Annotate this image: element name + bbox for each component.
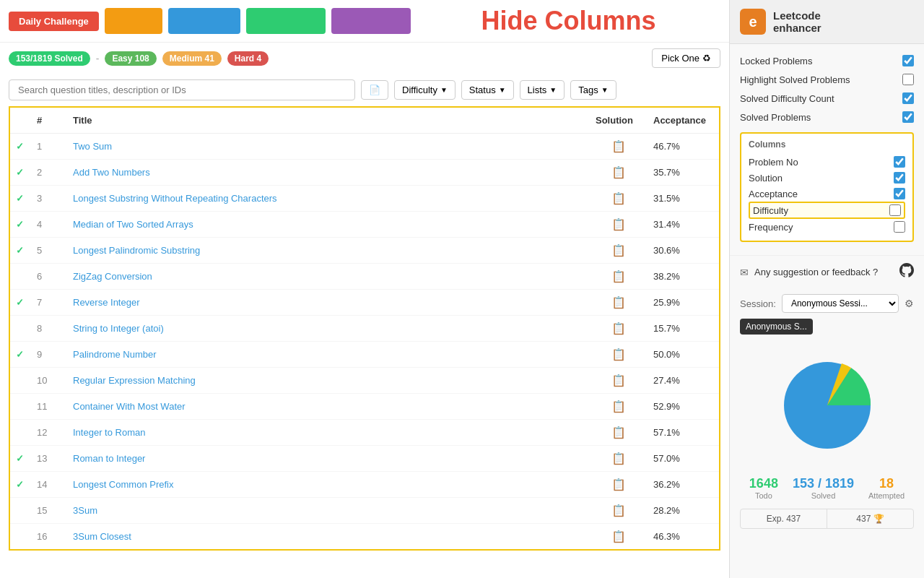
table-row[interactable]: ✓ 3 Longest Substring Without Repeating … xyxy=(9,186,720,212)
solution-cell[interactable]: 📋 xyxy=(590,524,648,551)
th-acceptance: Acceptance xyxy=(648,107,720,134)
table-row[interactable]: ✓ 1 Two Sum 📋 46.7% xyxy=(9,134,720,160)
exp-row: Exp. 437 437 🏆 xyxy=(740,509,914,529)
highlight-solved-checkbox[interactable] xyxy=(902,74,914,85)
solution-cell[interactable]: 📋 xyxy=(590,498,648,524)
problem-title[interactable]: Container With Most Water xyxy=(67,394,590,420)
solution-cell[interactable]: 📋 xyxy=(590,290,648,316)
sidebar-header: e Leetcode enhancer xyxy=(730,0,924,44)
search-row: 📄 Difficulty ▼ Status ▼ Lists ▼ Tags ▼ xyxy=(0,74,729,106)
locked-problems-row: Locked Problems xyxy=(740,51,914,70)
solution-icon: 📋 xyxy=(611,296,626,309)
attempted-stat: 18 Attempted xyxy=(868,476,905,500)
problem-title[interactable]: Integer to Roman xyxy=(67,420,590,446)
problem-title[interactable]: Regular Expression Matching xyxy=(67,368,590,394)
problem-title[interactable]: ZigZag Conversion xyxy=(67,264,590,290)
solution-col-checkbox[interactable] xyxy=(894,172,905,184)
solution-cell[interactable]: 📋 xyxy=(590,134,648,160)
frequency-col-checkbox[interactable] xyxy=(894,221,905,233)
problem-title[interactable]: 3Sum Closest xyxy=(67,524,590,551)
table-row[interactable]: 12 Integer to Roman 📋 57.1% xyxy=(9,420,720,446)
table-row[interactable]: ✓ 14 Longest Common Prefix 📋 36.2% xyxy=(9,472,720,498)
solution-icon: 📋 xyxy=(611,218,626,230)
problem-title[interactable]: Longest Palindromic Substring xyxy=(67,238,590,264)
tags-filter-button[interactable]: Tags ▼ xyxy=(570,80,616,100)
problem-title[interactable]: Add Two Numbers xyxy=(67,160,590,186)
table-row[interactable]: ✓ 4 Median of Two Sorted Arrays 📋 31.4% xyxy=(9,212,720,238)
problem-title[interactable]: Roman to Integer xyxy=(67,446,590,472)
solution-cell[interactable]: 📋 xyxy=(590,160,648,186)
problem-title[interactable]: 3Sum xyxy=(67,498,590,524)
problem-title[interactable]: Palindrome Number xyxy=(67,342,590,368)
acceptance-col-checkbox[interactable] xyxy=(894,188,905,199)
acceptance-cell: 25.9% xyxy=(648,290,720,316)
green-button[interactable] xyxy=(246,8,326,34)
table-row[interactable]: 11 Container With Most Water 📋 52.9% xyxy=(9,394,720,420)
solution-cell[interactable]: 📋 xyxy=(590,394,648,420)
orange-button[interactable] xyxy=(105,8,162,34)
solved-check: ✓ xyxy=(9,446,31,472)
solved-problems-checkbox[interactable] xyxy=(902,111,914,123)
table-row[interactable]: 16 3Sum Closest 📋 46.3% xyxy=(9,524,720,551)
difficulty-filter-button[interactable]: Difficulty ▼ xyxy=(394,80,456,100)
solved-difficulty-checkbox[interactable] xyxy=(902,92,914,104)
solution-cell[interactable]: 📋 xyxy=(590,472,648,498)
solution-cell[interactable]: 📋 xyxy=(590,186,648,212)
solved-difficulty-label: Solved Difficulty Count xyxy=(740,93,834,104)
status-filter-button[interactable]: Status ▼ xyxy=(461,80,514,100)
problem-title[interactable]: Reverse Integer xyxy=(67,290,590,316)
solution-cell[interactable]: 📋 xyxy=(590,420,648,446)
table-row[interactable]: ✓ 2 Add Two Numbers 📋 35.7% xyxy=(9,160,720,186)
acceptance-col-row: Acceptance xyxy=(749,186,905,202)
solution-icon: 📋 xyxy=(611,270,626,282)
problem-no-checkbox[interactable] xyxy=(894,156,905,168)
stats-row: 153/1819 Solved - Easy 108 Medium 41 Har… xyxy=(0,43,729,74)
todo-number: 1648 xyxy=(749,476,778,491)
table-row[interactable]: 10 Regular Expression Matching 📋 27.4% xyxy=(9,368,720,394)
acceptance-cell: 46.7% xyxy=(648,134,720,160)
acceptance-cell: 36.2% xyxy=(648,472,720,498)
table-row[interactable]: ✓ 9 Palindrome Number 📋 50.0% xyxy=(9,342,720,368)
solution-cell[interactable]: 📋 xyxy=(590,368,648,394)
table-row[interactable]: ✓ 7 Reverse Integer 📋 25.9% xyxy=(9,290,720,316)
difficulty-col-label: Difficulty xyxy=(753,205,788,216)
difficulty-col-checkbox[interactable] xyxy=(889,204,901,216)
solution-cell[interactable]: 📋 xyxy=(590,264,648,290)
solution-cell[interactable]: 📋 xyxy=(590,212,648,238)
table-row[interactable]: ✓ 5 Longest Palindromic Substring 📋 30.6… xyxy=(9,238,720,264)
github-icon[interactable] xyxy=(899,263,914,281)
solution-cell[interactable]: 📋 xyxy=(590,342,648,368)
solution-cell[interactable]: 📋 xyxy=(590,238,648,264)
session-select[interactable]: Anonymous Sessi... xyxy=(782,294,899,313)
problem-title[interactable]: Median of Two Sorted Arrays xyxy=(67,212,590,238)
th-number: # xyxy=(31,107,67,134)
table-row[interactable]: 6 ZigZag Conversion 📋 38.2% xyxy=(9,264,720,290)
gear-icon[interactable]: ⚙ xyxy=(905,298,914,309)
th-check xyxy=(9,107,31,134)
acceptance-cell: 28.2% xyxy=(648,498,720,524)
solved-check: ✓ xyxy=(9,134,31,160)
pick-one-button[interactable]: Pick One ♻ xyxy=(652,48,720,68)
table-wrapper: # Title Solution Acceptance ✓ 1 Two Sum … xyxy=(0,106,729,551)
solution-cell[interactable]: 📋 xyxy=(590,446,648,472)
problem-title[interactable]: Two Sum xyxy=(67,134,590,160)
search-input[interactable] xyxy=(9,79,355,100)
problem-title[interactable]: Longest Substring Without Repeating Char… xyxy=(67,186,590,212)
table-row[interactable]: 15 3Sum 📋 28.2% xyxy=(9,498,720,524)
purple-button[interactable] xyxy=(331,8,411,34)
problem-title[interactable]: Longest Common Prefix xyxy=(67,472,590,498)
solution-cell[interactable]: 📋 xyxy=(590,316,648,342)
lists-filter-button[interactable]: Lists ▼ xyxy=(520,80,565,100)
problem-number: 15 xyxy=(31,498,67,524)
problems-table: # Title Solution Acceptance ✓ 1 Two Sum … xyxy=(9,106,720,551)
daily-challenge-button[interactable]: Daily Challenge xyxy=(9,12,99,31)
table-row[interactable]: ✓ 13 Roman to Integer 📋 57.0% xyxy=(9,446,720,472)
solved-check xyxy=(9,498,31,524)
problem-title[interactable]: String to Integer (atoi) xyxy=(67,316,590,342)
blue-button[interactable] xyxy=(168,8,240,34)
highlight-solved-row: Highlight Solved Problems xyxy=(740,70,914,89)
solved-check xyxy=(9,524,31,551)
document-filter-button[interactable]: 📄 xyxy=(361,80,388,100)
locked-problems-checkbox[interactable] xyxy=(902,55,914,66)
table-row[interactable]: 8 String to Integer (atoi) 📋 15.7% xyxy=(9,316,720,342)
